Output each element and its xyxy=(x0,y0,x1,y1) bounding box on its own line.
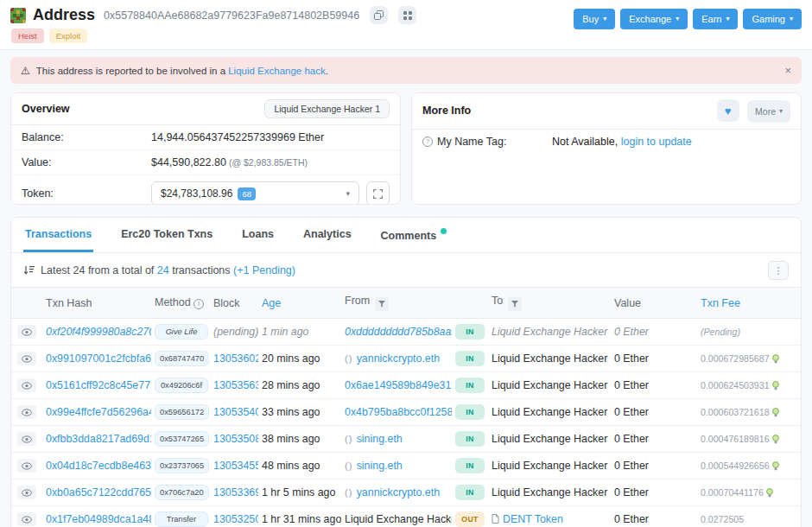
ens-card-icon: () xyxy=(345,460,353,471)
info-icon[interactable]: i xyxy=(193,299,204,309)
help-icon: ? xyxy=(422,137,433,147)
age: 1 hr 5 mins ago xyxy=(262,486,335,498)
from-name: Liquid Exchange Hacker 1 xyxy=(345,513,452,525)
chevron-down-icon: ▾ xyxy=(346,189,351,198)
token-total-value: $24,783,108.96 xyxy=(161,187,232,200)
exchange-button[interactable]: Exchange▾ xyxy=(620,9,688,29)
eye-preview-icon[interactable] xyxy=(17,512,36,526)
to-filter-icon[interactable] xyxy=(508,297,522,311)
contract-doc-icon xyxy=(492,514,499,526)
address-identicon xyxy=(10,8,26,23)
from-link[interactable]: yannickcrypto.eth xyxy=(357,352,440,365)
gas-saver-bulb-icon xyxy=(772,435,779,444)
table-row: 0xb0a65c7122cdd765da... 0x706c7a20 13053… xyxy=(11,479,801,506)
buy-button[interactable]: Buy▾ xyxy=(574,9,615,29)
txn-hash-link[interactable]: 0xf20f4f999980a8c2704... xyxy=(46,326,151,338)
col-value: Value xyxy=(611,288,697,319)
table-options-kebab-icon[interactable]: ⋮ xyxy=(768,261,789,280)
age: 1 min ago xyxy=(262,326,308,338)
eye-preview-icon[interactable] xyxy=(17,378,36,392)
txn-count-link[interactable]: 24 xyxy=(157,264,169,276)
table-row: 0xf20f4f999980a8c2704... Give Life (pend… xyxy=(11,319,801,346)
col-age-toggle[interactable]: Age xyxy=(262,297,281,309)
block-link[interactable]: 13053563 xyxy=(213,379,258,391)
to-name: Liquid Exchange Hacker 1 xyxy=(492,379,611,391)
eth-rate: (@ $2,983.85/ETH) xyxy=(229,157,308,168)
favorite-heart-icon[interactable]: ♥ xyxy=(717,99,739,122)
grid-icon xyxy=(403,11,412,20)
method-badge: 0x59656172 xyxy=(155,404,209,420)
method-badge: 0x23737065 xyxy=(155,458,209,473)
txn-fee: 0.0272505 xyxy=(701,514,744,524)
transactions-summary: Latest 24 from a total of 24 transaction… xyxy=(23,264,295,276)
txn-hash-link[interactable]: 0x99e4ffcfe7d56296a45... xyxy=(46,406,151,418)
warning-text: This address is reported to be involved … xyxy=(36,66,328,76)
block-link[interactable]: 13053540 xyxy=(213,406,258,418)
from-link[interactable]: 0x6ae149589b849e31f1... xyxy=(345,379,452,391)
col-txn-hash: Txn Hash xyxy=(42,288,151,319)
block-link[interactable]: 13053455 xyxy=(213,460,258,472)
eye-preview-icon[interactable] xyxy=(17,325,36,339)
tab-loans[interactable]: Loans xyxy=(240,218,276,252)
pending-txn-link[interactable]: (+1 Pending) xyxy=(233,264,295,276)
page-title: Address xyxy=(33,6,95,24)
eye-preview-icon[interactable] xyxy=(17,405,36,419)
my-name-tag-label: ? My Name Tag: xyxy=(422,136,552,148)
token-label: Token: xyxy=(22,187,151,200)
from-link[interactable]: 0x4b795ba8bcc0f12581... xyxy=(345,406,452,418)
tab-transactions[interactable]: Transactions xyxy=(23,218,93,252)
txn-hash-link[interactable]: 0xb0a65c7122cdd765da... xyxy=(46,486,151,498)
from-link[interactable]: yannickcrypto.eth xyxy=(357,486,440,498)
eye-preview-icon[interactable] xyxy=(17,352,36,365)
owner-label-badge[interactable]: Liquid Exchange Hacker 1 xyxy=(264,99,390,118)
block-pending: (pending) xyxy=(213,326,258,338)
tab-analytics[interactable]: Analytics xyxy=(301,218,353,252)
txn-hash-link[interactable]: 0x5161cff92c8c45e7730... xyxy=(46,379,151,391)
method-badge: 0x68747470 xyxy=(155,351,209,366)
gaming-button[interactable]: Gaming▾ xyxy=(743,9,802,29)
more-dropdown-button[interactable]: More▾ xyxy=(747,100,790,123)
token-dropdown[interactable]: $24,783,108.96 68 ▾ xyxy=(151,181,359,205)
table-header-row: Txn Hash Method i Block Age From To Valu… xyxy=(11,288,801,319)
tag-heist[interactable]: Heist xyxy=(11,29,44,43)
gas-saver-bulb-icon xyxy=(772,354,779,364)
close-icon[interactable]: × xyxy=(784,64,791,77)
method-badge: 0x53747265 xyxy=(155,431,209,447)
copy-address-button[interactable] xyxy=(370,6,388,24)
txn-hash-link[interactable]: 0xfbb3dda8217ad69d1b... xyxy=(46,433,151,445)
login-to-update-link[interactable]: login to update xyxy=(621,136,692,148)
eye-preview-icon[interactable] xyxy=(17,432,36,446)
col-txn-fee-toggle[interactable]: Txn Fee xyxy=(701,297,740,309)
warning-icon: ⚠ xyxy=(21,65,30,77)
tab-erc20-token-txns[interactable]: Erc20 Token Txns xyxy=(119,218,214,252)
txn-hash-link[interactable]: 0x1f7eb04989dca1a489... xyxy=(46,513,151,525)
block-link[interactable]: 13053369 xyxy=(213,486,258,498)
from-filter-icon[interactable] xyxy=(375,297,389,311)
from-link[interactable]: 0xddddddddd785b8aa2d5... xyxy=(345,326,452,338)
block-link[interactable]: 13053602 xyxy=(213,352,258,365)
block-link[interactable]: 13053250 xyxy=(213,513,258,525)
overview-title: Overview xyxy=(22,103,70,115)
ens-card-icon: () xyxy=(345,434,353,444)
direction-badge: IN xyxy=(455,458,485,473)
balance-label: Balance: xyxy=(22,131,151,143)
eye-preview-icon[interactable] xyxy=(17,459,36,473)
eye-preview-icon[interactable] xyxy=(17,486,36,499)
token-expand-button[interactable] xyxy=(366,181,390,205)
age: 1 hr 31 mins ago xyxy=(262,513,341,525)
hack-report-link[interactable]: Liquid Exchange hack xyxy=(228,66,326,76)
tab-comments[interactable]: Comments xyxy=(379,218,449,252)
apps-grid-button[interactable] xyxy=(398,6,416,24)
to-name: Liquid Exchange Hacker 1 xyxy=(492,406,611,418)
block-link[interactable]: 13053508 xyxy=(213,433,258,445)
to-token-link[interactable]: DENT Token xyxy=(503,513,563,525)
tag-exploit[interactable]: Exploit xyxy=(49,29,88,43)
value-label: Value: xyxy=(22,156,151,168)
txn-hash-link[interactable]: 0x991097001c2fcbfa68e... xyxy=(46,352,151,365)
from-link[interactable]: sining.eth xyxy=(357,433,403,445)
from-link[interactable]: sining.eth xyxy=(357,460,403,472)
earn-button[interactable]: Earn▾ xyxy=(693,9,738,29)
method-badge: 0x706c7a20 xyxy=(155,485,209,500)
txn-hash-link[interactable]: 0x04d18c7ecdb8e46331... xyxy=(46,460,151,472)
balance-value: 14,944.056437452257339969 Ether xyxy=(151,131,324,143)
